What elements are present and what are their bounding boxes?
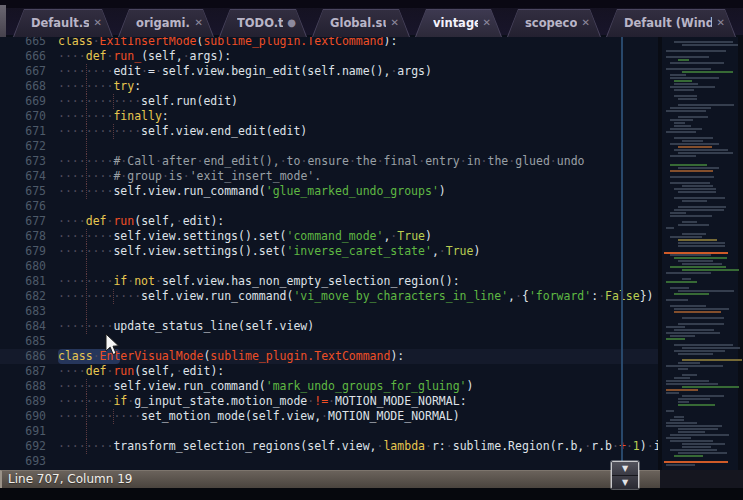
minimap-line xyxy=(682,347,740,349)
tab-default-wind[interactable]: Default (Wind✕ xyxy=(606,9,736,37)
code-line[interactable]: ············self.run(edit) xyxy=(58,94,238,109)
gutter-line-number: 682 xyxy=(0,289,46,304)
tab-todo-txt[interactable]: TODO.txt● xyxy=(219,9,307,37)
column-ruler xyxy=(621,37,623,470)
minimap[interactable] xyxy=(658,37,743,470)
tab-close-icon[interactable]: ✕ xyxy=(391,9,399,37)
minimap-line xyxy=(666,272,711,274)
code-line[interactable]: ············self.view.run_command('vi_mo… xyxy=(58,289,654,304)
tab-label: vintage.py xyxy=(433,9,478,37)
minimap-line xyxy=(674,311,721,313)
gutter-line-number: 685 xyxy=(0,334,46,349)
minimap-line xyxy=(678,146,712,148)
code-line[interactable]: class·ExitInsertMode(sublime_plugin.Text… xyxy=(58,37,397,49)
minimap-line xyxy=(666,464,695,466)
tab-scopecommand[interactable]: scopecommand✕ xyxy=(507,9,601,37)
minimap-line xyxy=(666,380,709,382)
code-line[interactable]: ············set_motion_mode(self.view,·M… xyxy=(58,409,460,424)
tab-modified-dot-icon: ● xyxy=(287,9,296,37)
gutter-line-number: 670 xyxy=(0,109,46,124)
code-line[interactable]: ····def·run(self,·edit): xyxy=(58,214,224,229)
tab-close-icon[interactable]: ✕ xyxy=(582,9,590,37)
tab-close-icon[interactable]: ✕ xyxy=(94,9,102,37)
minimap-line xyxy=(678,260,713,262)
code-line[interactable]: ········self.view.settings().set('comman… xyxy=(58,229,432,244)
minimap-line xyxy=(678,452,727,454)
minimap-line xyxy=(674,80,692,82)
tab-close-icon[interactable]: ✕ xyxy=(717,9,725,37)
gutter-line-number: 677 xyxy=(0,214,46,229)
minimap-line xyxy=(670,440,713,442)
minimap-line xyxy=(666,383,718,385)
minimap-line xyxy=(666,227,674,229)
code-line[interactable]: ········#·group·is·'exit_insert_mode'. xyxy=(58,169,321,184)
code-line[interactable]: ········update_status_line(self.view) xyxy=(58,319,314,334)
minimap-line xyxy=(674,293,709,295)
tab-close-icon[interactable]: ✕ xyxy=(195,9,203,37)
minimap-line xyxy=(682,359,742,361)
code-line[interactable]: ············self.view.end_edit(edit) xyxy=(58,124,307,139)
tab-close-icon[interactable]: ✕ xyxy=(483,9,491,37)
scrollbar-track[interactable] xyxy=(738,37,743,470)
minimap-line xyxy=(666,50,726,52)
minimap-line xyxy=(678,224,709,226)
minimap-line xyxy=(674,149,728,151)
code-line[interactable]: ········self.view.run_command('glue_mark… xyxy=(58,184,446,199)
minimap-line xyxy=(670,170,713,172)
tab-default-sublim[interactable]: Default.sublim✕ xyxy=(13,9,113,37)
tab-global-sublime[interactable]: Global.sublime✕ xyxy=(312,9,410,37)
code-line[interactable]: ········try: xyxy=(58,79,141,94)
stepper-icon-bottom[interactable]: ▼ xyxy=(612,476,638,489)
window-edge xyxy=(0,5,6,37)
code-line[interactable]: ········edit·=·self.view.begin_edit(self… xyxy=(58,64,432,79)
minimap-line xyxy=(678,401,689,403)
minimap-line xyxy=(682,200,707,202)
minimap-line xyxy=(670,164,707,166)
gutter-line-number: 666 xyxy=(0,49,46,64)
gutter-line-number: 665 xyxy=(0,37,46,49)
minimap-line xyxy=(670,212,686,214)
minimap-line xyxy=(674,122,685,124)
code-line[interactable]: ····def·run_(self,·args): xyxy=(58,49,231,64)
minimap-line xyxy=(670,86,715,88)
minimap-line xyxy=(666,299,688,301)
minimap-line xyxy=(670,266,726,268)
code-line[interactable]: ········finally: xyxy=(58,109,169,124)
tab-vintage-py[interactable]: vintage.py✕ xyxy=(415,9,502,37)
minimap-line xyxy=(670,119,693,121)
minimap-line xyxy=(674,89,694,91)
minimap-line xyxy=(682,44,738,46)
gutter-line-number: 686 xyxy=(0,349,46,364)
minimap-highlight-line xyxy=(664,461,728,463)
minimap-line xyxy=(666,425,722,427)
minimap-line xyxy=(670,236,702,238)
tab-origami-py[interactable]: origami.py✕ xyxy=(118,9,214,37)
code-line[interactable]: ········#·Call·after·end_edit(),·to·ensu… xyxy=(58,154,584,169)
gutter-line-number: 683 xyxy=(0,304,46,319)
code-line[interactable]: ········self.view.run_command('mark_undo… xyxy=(58,379,473,394)
minimap-line xyxy=(682,386,739,388)
code-line[interactable]: ········if·g_input_state.motion_mode·!=·… xyxy=(58,394,467,409)
code-line[interactable]: ········self.view.settings().set('invers… xyxy=(58,244,480,259)
minimap-line xyxy=(674,308,729,310)
code-line[interactable]: ····def·run(self,·edit): xyxy=(58,364,224,379)
gutter-line-number: 671 xyxy=(0,124,46,139)
minimap-line xyxy=(670,155,696,157)
code-line[interactable]: ········transform_selection_regions(self… xyxy=(58,439,658,454)
minimap-line xyxy=(678,242,725,244)
minimap-line xyxy=(678,290,734,292)
tab-label: Global.sublime xyxy=(330,9,386,37)
minimap-line xyxy=(666,326,685,328)
gutter-line-number: 667 xyxy=(0,64,46,79)
minimap-line xyxy=(674,344,733,346)
scrollbar-stepper-buttons[interactable]: ▼ ▼ xyxy=(611,461,639,489)
code-line[interactable]: ········if·not·self.view.has_non_empty_s… xyxy=(58,274,460,289)
editor[interactable]: 665class·ExitInsertMode(sublime_plugin.T… xyxy=(0,37,658,470)
gutter-line-number: 691 xyxy=(0,424,46,439)
minimap-line xyxy=(678,353,713,355)
minimap-line xyxy=(666,365,723,367)
gutter-line-number: 675 xyxy=(0,184,46,199)
gutter-line-number: 692 xyxy=(0,439,46,454)
stepper-icon-top[interactable]: ▼ xyxy=(612,462,638,476)
minimap-line xyxy=(674,416,684,418)
